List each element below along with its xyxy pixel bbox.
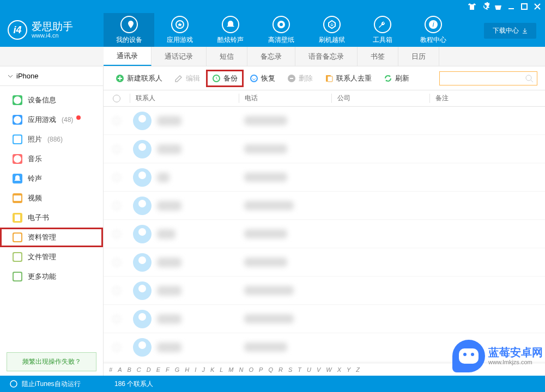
alpha-letter[interactable]: E	[156, 366, 160, 373]
tab-bookmarks[interactable]: 书签	[358, 47, 398, 66]
sidebar-item-info[interactable]: i设备信息	[0, 90, 103, 110]
row-checkbox[interactable]	[113, 259, 120, 266]
alpha-letter[interactable]: N	[239, 366, 244, 373]
alpha-letter[interactable]: O	[249, 366, 253, 373]
restore-button[interactable]: 恢复	[245, 71, 280, 85]
gear-icon[interactable]	[481, 2, 489, 11]
nav-tutorials[interactable]: i教程中心	[408, 13, 458, 47]
maximize-icon[interactable]	[520, 2, 529, 11]
device-selector[interactable]: iPhone	[0, 66, 103, 86]
alpha-letter[interactable]: V	[317, 366, 320, 373]
col-notes[interactable]: 备注	[429, 94, 545, 103]
alpha-letter[interactable]: K	[210, 366, 214, 373]
sidebar-item-video[interactable]: 视频	[0, 188, 103, 208]
itunes-toggle-label[interactable]: 阻止iTunes自动运行	[22, 379, 81, 389]
alpha-letter[interactable]: D	[147, 366, 151, 373]
row-checkbox[interactable]	[113, 202, 120, 210]
svg-rect-1	[522, 4, 527, 9]
delete-button: 删除	[283, 71, 317, 85]
alpha-letter[interactable]: L	[220, 366, 223, 373]
alpha-letter[interactable]: J	[202, 366, 205, 373]
tab-memo[interactable]: 备忘录	[247, 47, 295, 66]
nav-ringtones[interactable]: 酷炫铃声	[205, 13, 256, 47]
alpha-letter[interactable]: H	[185, 366, 189, 373]
minimize-icon[interactable]	[507, 2, 516, 11]
nav-device[interactable]: 我的设备	[104, 13, 154, 47]
backup-button[interactable]: 备份	[208, 71, 242, 85]
row-checkbox[interactable]	[113, 117, 120, 125]
row-checkbox[interactable]	[113, 174, 120, 181]
alpha-letter[interactable]: Z	[356, 366, 360, 373]
refresh-button[interactable]: 刷新	[379, 71, 414, 85]
table-row[interactable]: ███████████	[104, 135, 545, 163]
tab-sms[interactable]: 短信	[207, 47, 247, 66]
table-row[interactable]: ███████████	[104, 248, 545, 277]
row-checkbox[interactable]	[113, 230, 120, 238]
search-icon[interactable]	[525, 74, 534, 83]
sidebar-item-photos[interactable]: 照片(886)	[0, 130, 103, 149]
alpha-letter[interactable]: S	[288, 366, 292, 373]
alpha-letter[interactable]: I	[195, 366, 196, 373]
table-row[interactable]: ████████████	[104, 305, 545, 333]
itunes-toggle-icon[interactable]	[10, 380, 17, 388]
sidebar-item-files[interactable]: 文件管理	[0, 247, 103, 267]
contact-phone: ███████	[244, 342, 287, 352]
table-row[interactable]: ██████████	[104, 220, 545, 248]
alpha-letter[interactable]: R	[278, 366, 283, 373]
select-all-checkbox[interactable]	[113, 95, 120, 102]
alpha-letter[interactable]: M	[228, 366, 233, 373]
alpha-letter[interactable]: F	[166, 366, 169, 373]
sidebar-item-apps[interactable]: 应用游戏(48)	[0, 110, 103, 130]
alpha-letter[interactable]: A	[118, 366, 122, 373]
new-button[interactable]: 新建联系人	[111, 71, 167, 85]
dedupe-button[interactable]: 联系人去重	[320, 71, 376, 85]
tab-calendar[interactable]: 日历	[398, 47, 439, 66]
table-row[interactable]: ███████████	[104, 107, 545, 135]
col-contact[interactable]: 联系人	[130, 94, 239, 103]
col-phone[interactable]: 电话	[239, 94, 331, 103]
sidebar-item-data[interactable]: 资料管理	[0, 228, 103, 247]
svg-point-11	[16, 138, 17, 139]
sidebar-item-ring[interactable]: 铃声	[0, 169, 103, 188]
alpha-letter[interactable]: P	[259, 366, 263, 373]
sidebar-item-label: 更多功能	[28, 272, 56, 281]
contact-phone: ████████	[244, 286, 294, 295]
row-checkbox[interactable]	[113, 287, 120, 295]
table-row[interactable]: ████████████	[104, 277, 545, 305]
skin-icon[interactable]	[494, 2, 502, 11]
table-row[interactable]: ████████████	[104, 192, 545, 220]
alpha-letter[interactable]: X	[337, 366, 341, 373]
sidebar-item-music[interactable]: 音乐	[0, 149, 103, 169]
close-icon[interactable]	[533, 2, 542, 11]
sidebar-item-more[interactable]: 更多功能	[0, 267, 103, 286]
nav-apps[interactable]: 应用游戏	[154, 13, 205, 47]
col-company[interactable]: 公司	[331, 94, 429, 103]
tab-contacts[interactable]: 通讯录	[104, 47, 152, 66]
sidebar-item-label: 应用游戏	[28, 115, 56, 125]
tshirt-icon[interactable]	[468, 2, 476, 11]
nav-toolbox[interactable]: 工具箱	[357, 13, 408, 47]
row-checkbox[interactable]	[113, 145, 120, 153]
row-checkbox[interactable]	[113, 315, 120, 323]
download-center-button[interactable]: 下载中心	[484, 23, 536, 39]
sidebar-item-ebook[interactable]: 电子书	[0, 208, 103, 228]
alpha-letter[interactable]: G	[175, 366, 180, 373]
alpha-letter[interactable]: W	[326, 366, 331, 373]
help-link[interactable]: 频繁出现操作失败？	[7, 352, 96, 371]
table-row[interactable]: █████████	[104, 163, 545, 192]
nav-wallpapers[interactable]: 高清壁纸	[256, 13, 306, 47]
alpha-letter[interactable]: Y	[347, 366, 350, 373]
row-checkbox[interactable]	[113, 344, 120, 351]
contact-name: ██	[157, 173, 169, 182]
alpha-letter[interactable]: T	[298, 366, 301, 373]
alpha-letter[interactable]: B	[127, 366, 131, 373]
search-box[interactable]	[439, 71, 537, 85]
alpha-letter[interactable]: C	[137, 366, 141, 373]
alpha-letter[interactable]: Q	[268, 366, 273, 373]
alpha-letter[interactable]: U	[307, 366, 311, 373]
alpha-letter[interactable]: #	[109, 366, 112, 373]
nav-flash[interactable]: 刷机越狱	[306, 13, 357, 47]
search-input[interactable]	[443, 75, 525, 82]
tab-calls[interactable]: 通话记录	[152, 47, 207, 66]
tab-voice[interactable]: 语音备忘录	[295, 47, 358, 66]
